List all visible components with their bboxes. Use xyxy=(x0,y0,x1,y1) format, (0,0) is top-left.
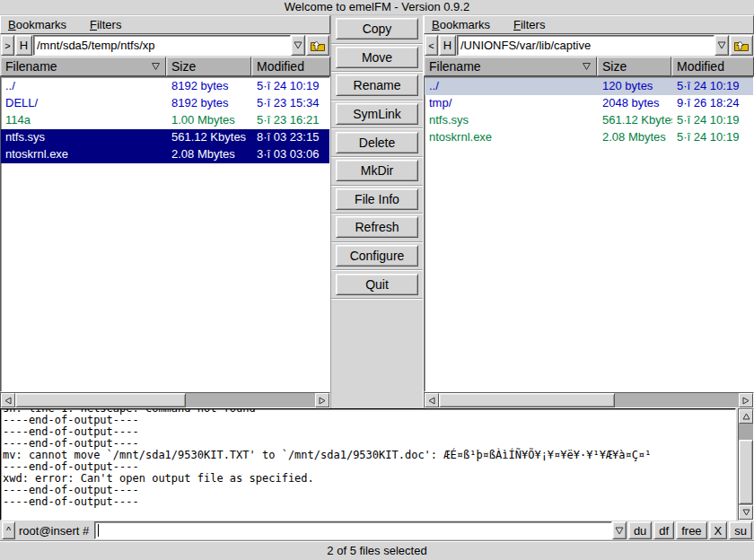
chevron-down-icon xyxy=(717,41,726,49)
left-pane-toggle-button[interactable]: > xyxy=(1,35,14,56)
left-path-input[interactable] xyxy=(33,35,291,56)
command-input[interactable] xyxy=(94,521,612,539)
file-row[interactable]: ntfs.sys 561.12 Kbytes 5·î 24 10:19 xyxy=(425,112,753,129)
scroll-left-arrow-icon[interactable] xyxy=(425,393,439,407)
scroll-right-arrow-icon[interactable] xyxy=(739,393,753,407)
refresh-button[interactable]: Refresh xyxy=(336,216,418,238)
output-vertical-scrollbar[interactable] xyxy=(738,408,754,521)
file-row-selected[interactable]: ntfs.sys 561.12 Kbytes 8·î 03 23:15 xyxy=(1,129,329,146)
scroll-up-arrow-icon[interactable] xyxy=(739,409,753,424)
left-file-list: ../ 8192 bytes 5·î 24 10:19 DELL/ 8192 b… xyxy=(0,76,330,392)
right-menu-filters[interactable]: Filters xyxy=(513,18,545,31)
df-command-button[interactable]: df xyxy=(653,521,674,539)
right-parent-dir-button[interactable] xyxy=(730,35,753,56)
chevron-down-icon xyxy=(615,527,624,535)
scrollbar-thumb[interactable] xyxy=(739,440,753,504)
left-file-pane: Bookmarks Filters > H Filename Size Modi… xyxy=(0,15,330,408)
selection-status-text: 2 of 5 files selected xyxy=(327,544,426,557)
shell-prompt-label: root@insert # xyxy=(17,521,92,539)
right-header-filename[interactable]: Filename xyxy=(424,57,597,76)
free-command-button[interactable]: free xyxy=(676,521,706,539)
file-row[interactable]: 114a 1.00 Mbytes 5·î 23 16:21 xyxy=(1,112,329,129)
status-bar: 2 of 5 files selected xyxy=(0,540,754,560)
left-horizontal-scrollbar[interactable] xyxy=(0,392,330,408)
scrollbar-thumb[interactable] xyxy=(15,393,186,407)
chevron-down-icon xyxy=(294,41,302,49)
left-menu-filters[interactable]: Filters xyxy=(90,18,121,31)
file-row[interactable]: ../ 8192 bytes 5·î 24 10:19 xyxy=(1,78,329,95)
left-parent-dir-button[interactable] xyxy=(306,35,329,56)
scrollbar-trough[interactable] xyxy=(615,393,739,407)
left-column-headers: Filename Size Modified xyxy=(0,57,330,76)
symlink-button[interactable]: SymLink xyxy=(336,103,418,125)
su-command-button[interactable]: su xyxy=(729,521,752,539)
right-file-pane: Bookmarks Filters < H Filename Size Modi… xyxy=(424,15,754,408)
delete-button[interactable]: Delete xyxy=(336,132,418,153)
right-menu-bookmarks[interactable]: Bookmarks xyxy=(432,18,490,31)
right-header-modified[interactable]: Modified xyxy=(671,57,754,76)
output-area: sh: line 1: netscape: command not found … xyxy=(0,408,754,521)
folder-up-icon xyxy=(310,39,326,52)
action-button-column: Copy Move Rename SymLink Delete MkDir Fi… xyxy=(330,15,424,408)
left-path-row: > H xyxy=(0,34,330,57)
command-bar: ^ root@insert # du df free X su xyxy=(0,521,754,540)
right-path-history-button[interactable] xyxy=(715,35,729,56)
right-path-input[interactable] xyxy=(457,35,715,56)
right-pane-toggle-button[interactable]: < xyxy=(425,35,438,56)
scroll-down-arrow-icon[interactable] xyxy=(739,505,753,520)
command-history-button[interactable] xyxy=(612,521,627,539)
left-header-filename[interactable]: Filename xyxy=(0,57,166,76)
file-row[interactable]: ntoskrnl.exe 2.08 Mbytes 5·î 24 10:19 xyxy=(425,129,753,146)
sort-indicator-icon xyxy=(582,62,592,71)
quit-button[interactable]: Quit xyxy=(336,274,418,295)
command-output-text: sh: line 1: netscape: command not found … xyxy=(0,408,736,521)
left-path-history-button[interactable] xyxy=(291,35,305,56)
du-command-button[interactable]: du xyxy=(628,521,652,539)
right-file-list: ../ 120 bytes 5·î 24 10:19 tmp/ 2048 byt… xyxy=(424,76,754,392)
right-horizontal-scrollbar[interactable] xyxy=(424,392,754,408)
scrollbar-trough[interactable] xyxy=(186,393,315,407)
scrollbar-trough[interactable] xyxy=(739,424,753,440)
right-home-button[interactable]: H xyxy=(439,35,456,56)
left-header-size[interactable]: Size xyxy=(166,57,251,76)
left-menu-bookmarks[interactable]: Bookmarks xyxy=(8,18,66,31)
output-toggle-button[interactable]: ^ xyxy=(2,521,15,539)
mkdir-button[interactable]: MkDir xyxy=(336,160,418,181)
file-row-focused[interactable]: ../ 120 bytes 5·î 24 10:19 xyxy=(425,78,753,95)
file-row[interactable]: tmp/ 2048 bytes 9·î 26 18:24 xyxy=(425,95,753,112)
file-row[interactable]: DELL/ 8192 bytes 5·î 23 15:34 xyxy=(1,95,329,112)
text-cursor xyxy=(98,524,99,537)
left-home-button[interactable]: H xyxy=(15,35,32,56)
move-button[interactable]: Move xyxy=(336,47,418,68)
scrollbar-thumb[interactable] xyxy=(439,393,615,407)
left-header-modified[interactable]: Modified xyxy=(251,57,330,76)
sort-indicator-icon xyxy=(151,62,161,71)
right-header-size[interactable]: Size xyxy=(597,57,671,76)
folder-up-icon xyxy=(733,39,750,52)
right-path-row: < H xyxy=(424,34,754,57)
rename-button[interactable]: Rename xyxy=(336,74,418,96)
scroll-left-arrow-icon[interactable] xyxy=(1,393,15,407)
left-menubar: Bookmarks Filters xyxy=(0,15,330,34)
x-command-button[interactable]: X xyxy=(709,521,728,539)
scroll-right-arrow-icon[interactable] xyxy=(315,393,329,407)
configure-button[interactable]: Configure xyxy=(336,245,418,267)
copy-button[interactable]: Copy xyxy=(336,18,418,39)
file-info-button[interactable]: File Info xyxy=(336,188,418,210)
right-menubar: Bookmarks Filters xyxy=(424,15,754,34)
right-column-headers: Filename Size Modified xyxy=(424,57,754,76)
window-title: Welcome to emelFM - Version 0.9.2 xyxy=(0,0,754,15)
file-row-selected[interactable]: ntoskrnl.exe 2.08 Mbytes 3·î 03 03:06 xyxy=(1,146,329,163)
